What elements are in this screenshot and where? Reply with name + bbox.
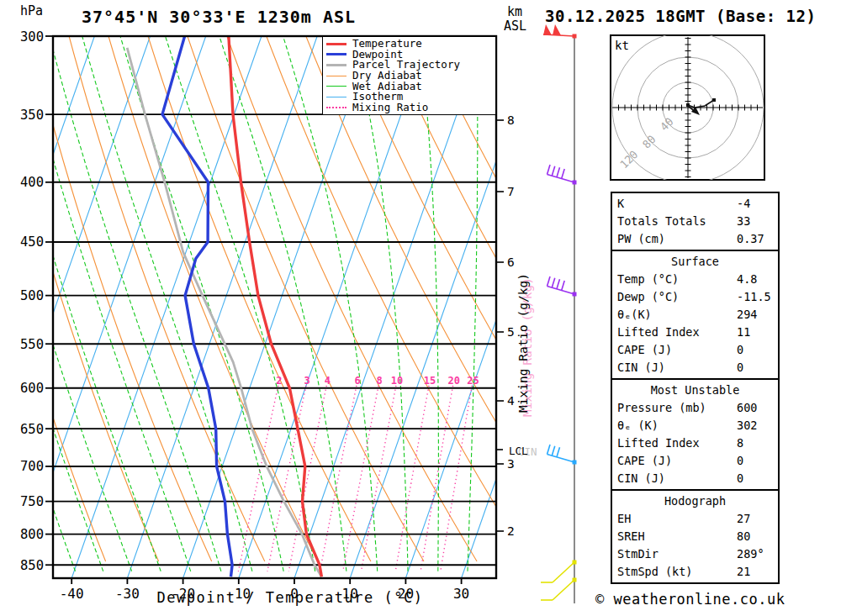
legend-swatch-solid — [326, 53, 346, 55]
table-row: Lifted Index11 — [617, 324, 778, 341]
table-row: Pressure (mb)600 — [617, 399, 778, 417]
svg-text:4: 4 — [325, 375, 331, 387]
skewt-sounding-page: 2346810152025300350400450500550600650700… — [0, 0, 841, 616]
table-row-label: Dewp (°C) — [617, 290, 679, 303]
table-row-label: Lifted Index — [617, 436, 700, 450]
svg-text:2: 2 — [276, 375, 282, 387]
dewpoint-curve — [162, 36, 232, 577]
table-row-label: CIN (J) — [617, 471, 665, 485]
station-title: 37°45'N 30°33'E 1230m ASL — [76, 7, 362, 27]
table-row-label: θₑ (K) — [617, 419, 659, 432]
lcl-label: LCL — [509, 445, 528, 457]
table-section-header: Surface — [617, 253, 778, 271]
table-row-label: Lifted Index — [617, 325, 700, 339]
legend-item: Mixing Ratio — [326, 103, 495, 113]
svg-text:650: 650 — [20, 422, 44, 437]
svg-text:600: 600 — [20, 381, 44, 396]
table-section: Most UnstablePressure (mb)600θₑ (K)302Li… — [612, 380, 778, 491]
svg-text:8: 8 — [377, 375, 383, 387]
table-row: CIN (J)0 — [617, 359, 778, 376]
svg-text:2: 2 — [507, 524, 515, 538]
pressure-gridlines — [53, 36, 496, 565]
isotherm-lines — [0, 36, 707, 578]
table-row-value: 11 — [737, 324, 750, 341]
legend-swatch-solid — [326, 86, 346, 87]
table-row: SREH80 — [617, 528, 778, 545]
svg-text:700: 700 — [20, 459, 44, 474]
table-row-label: CIN (J) — [617, 361, 665, 374]
table-row: θₑ (K)302 — [617, 417, 778, 434]
svg-text:800: 800 — [20, 527, 44, 542]
table-row-value: 294 — [737, 306, 757, 324]
wind-barb — [547, 276, 577, 297]
mixing-ratio-value-labels: 2346810152025 — [276, 375, 479, 387]
svg-text:550: 550 — [20, 337, 44, 352]
svg-text:20: 20 — [447, 375, 459, 387]
legend: TemperatureDewpointParcel TrajectoryDry … — [322, 36, 496, 115]
legend-swatch-solid — [326, 97, 346, 97]
svg-text:5: 5 — [507, 325, 515, 339]
legend-label: Mixing Ratio — [352, 103, 428, 113]
table-row-value: -4 — [737, 195, 750, 213]
table-section: HodographEH27SREH80StmDir289°StmSpd (kt)… — [612, 491, 778, 582]
svg-text:25: 25 — [467, 375, 479, 387]
svg-text:850: 850 — [20, 558, 44, 573]
mixing-ratio-axis-label: Mixing Ratio (g/kg) — [516, 250, 530, 435]
legend-swatch-solid — [326, 64, 346, 66]
legend-swatch-dotted — [326, 107, 346, 108]
wind-barb — [547, 165, 577, 185]
table-row-value: 27 — [737, 510, 750, 528]
table-row-value: 0 — [737, 452, 743, 470]
table-row: Dewp (°C)-11.5 — [617, 288, 778, 306]
svg-text:3: 3 — [507, 457, 515, 471]
wind-barb-staff — [541, 24, 577, 603]
table-section-header: Most Unstable — [617, 382, 778, 399]
run-date-label: 30.12.2025 18GMT (Base: 12) — [545, 7, 816, 25]
temperature-curve — [229, 36, 322, 577]
table-row-label: StmSpd (kt) — [617, 565, 692, 578]
table-row-label: CAPE (J) — [617, 343, 672, 356]
km-unit-label: km — [507, 4, 522, 19]
svg-text:15: 15 — [424, 375, 436, 387]
wind-barb — [541, 578, 577, 601]
svg-text:6: 6 — [507, 255, 515, 269]
svg-text:8: 8 — [507, 113, 515, 127]
table-row-value: 0 — [737, 341, 743, 359]
table-row: CAPE (J)0 — [617, 452, 778, 470]
table-row-label: PW (cm) — [617, 232, 665, 245]
table-row: PW (cm)0.37 — [617, 230, 778, 248]
table-section: K-4Totals Totals33PW (cm)0.37 — [612, 193, 778, 251]
wind-barb — [547, 445, 577, 465]
table-row-label: CAPE (J) — [617, 454, 672, 467]
table-row-value: -11.5 — [737, 288, 771, 306]
svg-text:7: 7 — [507, 185, 515, 198]
table-row-label: StmDir — [617, 547, 659, 561]
table-row-value: 21 — [737, 563, 750, 581]
table-row-label: SREH — [617, 529, 645, 543]
svg-text:10: 10 — [391, 375, 403, 387]
table-row: EH27 — [617, 510, 778, 528]
table-row-value: 600 — [737, 399, 757, 417]
hodograph: 4080120 — [611, 32, 764, 183]
table-row: Lifted Index8 — [617, 434, 778, 452]
copyright-text: © weatheronline.co.uk — [595, 591, 785, 608]
table-row: CIN (J)0 — [617, 470, 778, 487]
table-row-value: 302 — [737, 417, 757, 434]
table-row-value: 8 — [737, 434, 743, 452]
svg-text:-40: -40 — [60, 586, 84, 602]
table-row-value: 33 — [737, 213, 750, 230]
km-axis-ticks: 8765432 — [496, 113, 515, 538]
svg-text:300: 300 — [20, 29, 44, 45]
table-row-label: K — [617, 197, 624, 210]
table-row: StmSpd (kt)21 — [617, 563, 778, 581]
wind-barb — [543, 24, 577, 39]
table-row-label: Totals Totals — [617, 214, 706, 228]
table-row-value: 4.8 — [737, 271, 757, 288]
svg-text:3: 3 — [304, 375, 309, 387]
table-section-header: Hodograph — [617, 492, 778, 510]
table-row: StmDir289° — [617, 545, 778, 563]
table-row-label: θₑ(K) — [617, 308, 652, 321]
indices-table: K-4Totals Totals33PW (cm)0.37SurfaceTemp… — [611, 192, 780, 584]
chart-frame — [53, 36, 496, 578]
asl-unit-label: ASL — [504, 18, 526, 34]
